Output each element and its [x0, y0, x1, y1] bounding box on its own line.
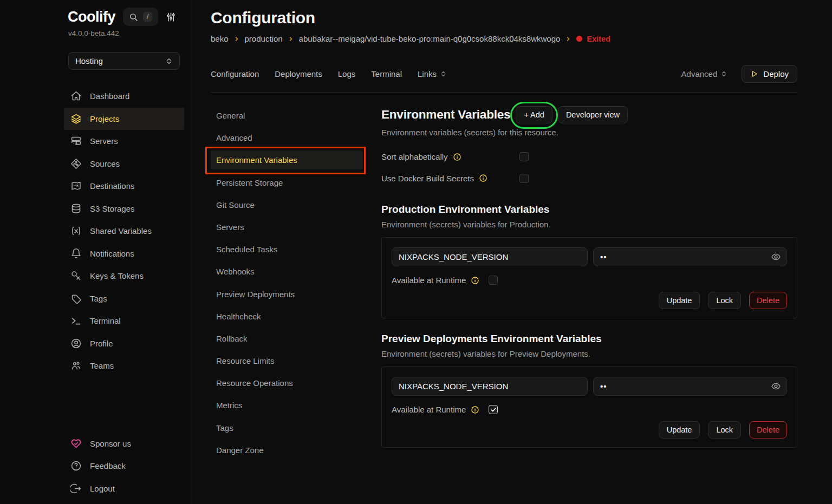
subnav-item-healthcheck[interactable]: Healthcheck — [211, 307, 363, 326]
user-circle-icon — [70, 338, 82, 349]
deploy-button[interactable]: Deploy — [742, 65, 797, 83]
layers-icon — [70, 113, 82, 125]
search-button[interactable]: / — [123, 8, 158, 26]
update-button[interactable]: Update — [659, 292, 700, 309]
info-icon[interactable] — [471, 405, 479, 414]
breadcrumb-resource[interactable]: abubakar--meigag/vid-tube-beko-pro:main-… — [299, 34, 561, 43]
update-button[interactable]: Update — [659, 421, 700, 438]
sidebar-item-profile[interactable]: Profile — [64, 332, 184, 355]
database-icon — [70, 203, 82, 214]
status-badge[interactable]: Exited — [576, 35, 610, 43]
runtime-checkbox[interactable] — [489, 276, 498, 285]
info-icon[interactable] — [479, 174, 487, 182]
status-label: Exited — [587, 35, 610, 43]
sidebar-item-teams[interactable]: Teams — [64, 355, 184, 377]
subnav-item-webhooks[interactable]: Webhooks — [211, 262, 363, 281]
subnav-item-servers[interactable]: Servers — [211, 218, 363, 237]
sidebar-item-s3-storages[interactable]: S3 Storages — [64, 198, 184, 220]
runtime-checkbox[interactable] — [489, 405, 498, 414]
chevron-right-icon — [288, 36, 294, 42]
subnav-item-git-source[interactable]: Git Source — [211, 195, 363, 214]
available-at-runtime-row: Available at Runtime — [392, 276, 787, 285]
sidebar-item-projects[interactable]: Projects — [64, 108, 184, 130]
sidebar-item-destinations[interactable]: Destinations — [64, 175, 184, 198]
variable-name-input[interactable] — [392, 377, 588, 396]
subnav-item-metrics[interactable]: Metrics — [211, 396, 363, 415]
subnav-item-general[interactable]: General — [211, 106, 363, 125]
tag-icon — [70, 293, 82, 304]
sidebar-item-label: Servers — [90, 136, 118, 146]
sidebar-item-logout[interactable]: Logout — [64, 477, 184, 500]
toggle-label: Use Docker Build Secrets — [381, 174, 474, 183]
subsection-title: Production Environment Variables — [381, 204, 797, 215]
subnav-item-rollback[interactable]: Rollback — [211, 329, 363, 348]
sidebar-item-feedback[interactable]: Feedback — [64, 455, 184, 477]
toggle-sort-alphabetically: Sort alphabetically — [381, 146, 797, 168]
users-icon — [70, 360, 82, 371]
section-description: Environment variables (secrets) for this… — [381, 128, 797, 137]
sidebar-item-tags[interactable]: Tags — [64, 287, 184, 310]
chevron-updown-icon — [440, 70, 447, 77]
sidebar-item-label: Sources — [90, 159, 120, 168]
breadcrumb-environment[interactable]: production — [245, 34, 283, 43]
info-icon[interactable] — [453, 153, 461, 161]
lock-button[interactable]: Lock — [708, 421, 741, 438]
search-icon — [129, 12, 138, 22]
settings-sliders-icon[interactable] — [166, 12, 176, 22]
question-circle-icon — [70, 460, 82, 472]
available-at-runtime-row: Available at Runtime — [392, 405, 787, 414]
team-select[interactable]: Hosting — [68, 52, 180, 70]
docker-build-secrets-checkbox[interactable] — [519, 174, 529, 183]
breadcrumb: beko production abubakar--meigag/vid-tub… — [211, 34, 797, 43]
sidebar-item-notifications[interactable]: Notifications — [64, 243, 184, 265]
variable-value-input[interactable] — [593, 247, 787, 266]
subnav-item-preview-deployments[interactable]: Preview Deployments — [211, 285, 363, 304]
sidebar-item-sponsor-us[interactable]: Sponsor us — [64, 433, 184, 455]
tab-deployments[interactable]: Deployments — [275, 69, 322, 78]
breadcrumb-team[interactable]: beko — [211, 34, 229, 43]
sidebar-item-label: Sponsor us — [90, 439, 131, 448]
lock-button[interactable]: Lock — [708, 292, 741, 309]
tab-terminal[interactable]: Terminal — [371, 69, 402, 78]
subnav-item-scheduled-tasks[interactable]: Scheduled Tasks — [211, 240, 363, 259]
subnav-item-advanced[interactable]: Advanced — [211, 128, 363, 147]
sidebar-item-servers[interactable]: Servers — [64, 130, 184, 153]
sidebar-item-sources[interactable]: Sources — [64, 153, 184, 175]
variable-value-input[interactable] — [593, 377, 787, 396]
delete-button[interactable]: Delete — [749, 292, 787, 309]
sidebar-item-dashboard[interactable]: Dashboard — [64, 85, 184, 108]
subnav-item-tags[interactable]: Tags — [211, 418, 363, 437]
subnav-item-persistent-storage[interactable]: Persistent Storage — [211, 173, 363, 192]
sidebar-item-label: Tags — [90, 294, 107, 303]
sidebar-item-label: Destinations — [90, 181, 135, 191]
sidebar-footer: Sponsor us Feedback Logout — [64, 433, 184, 500]
sidebar-item-keys-tokens[interactable]: Keys & Tokens — [64, 265, 184, 287]
tab-logs[interactable]: Logs — [338, 69, 356, 78]
sort-alphabetically-checkbox[interactable] — [519, 152, 529, 161]
subnav-item-danger-zone[interactable]: Danger Zone — [211, 441, 363, 460]
subnav-item-environment-variables[interactable]: Environment Variables — [211, 150, 363, 169]
page-title: Configuration — [211, 9, 797, 27]
sidebar-item-shared-variables[interactable]: Shared Variables — [64, 220, 184, 243]
sidebar-item-terminal[interactable]: Terminal — [64, 310, 184, 332]
tab-links[interactable]: Links — [418, 69, 447, 78]
env-variable-card: Available at Runtime Update Lock Delete — [381, 237, 797, 318]
subnav-item-resource-limits[interactable]: Resource Limits — [211, 351, 363, 370]
tab-configuration[interactable]: Configuration — [211, 69, 259, 78]
chevron-updown-icon — [165, 57, 173, 65]
subnav-item-resource-operations[interactable]: Resource Operations — [211, 374, 363, 392]
subsection-title: Preview Deployments Environment Variable… — [381, 333, 797, 345]
home-icon — [70, 90, 82, 102]
search-shortcut-key: / — [143, 12, 152, 22]
add-variable-button[interactable]: + Add — [516, 106, 552, 123]
reveal-value-eye-icon[interactable] — [771, 252, 781, 262]
map-icon — [70, 180, 82, 192]
toggle-label: Sort alphabetically — [381, 152, 448, 161]
developer-view-button[interactable]: Developer view — [558, 106, 628, 123]
info-icon[interactable] — [471, 276, 479, 285]
reveal-value-eye-icon[interactable] — [771, 381, 781, 391]
variable-name-input[interactable] — [392, 247, 588, 266]
sidebar-item-label: Profile — [90, 339, 113, 348]
advanced-dropdown[interactable]: Advanced — [681, 69, 728, 78]
delete-button[interactable]: Delete — [749, 421, 787, 438]
